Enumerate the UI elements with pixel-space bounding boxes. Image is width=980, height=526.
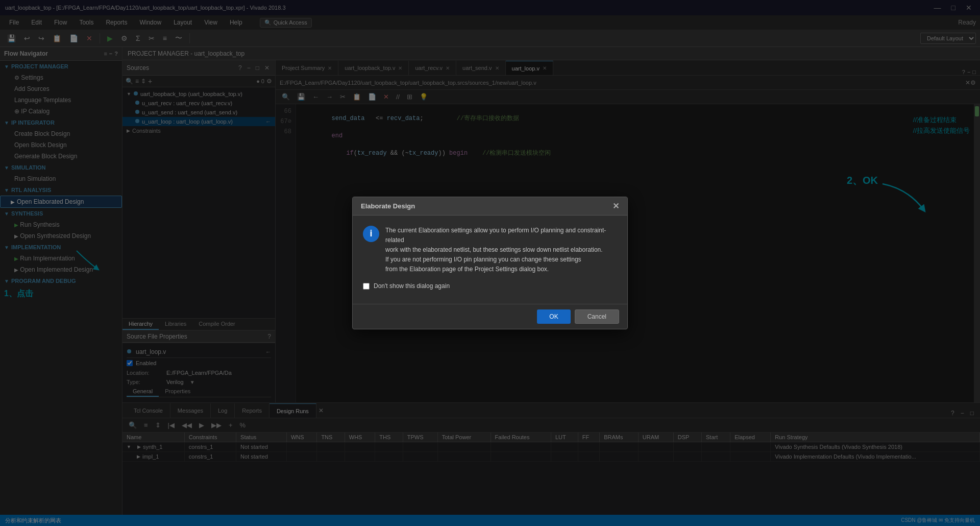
modal-title: Elaborate Design (361, 202, 415, 210)
modal-overlay: Elaborate Design ✕ i The current Elabora… (0, 0, 980, 526)
modal-icon-row: i The current Elaboration settings allow… (363, 226, 617, 275)
dont-show-checkbox[interactable] (363, 283, 370, 290)
info-icon: i (363, 226, 379, 242)
modal-body: i The current Elaboration settings allow… (353, 216, 627, 304)
modal-message: The current Elaboration settings allow y… (385, 226, 617, 275)
elaborate-design-dialog: Elaborate Design ✕ i The current Elabora… (352, 197, 628, 330)
modal-checkbox-row: Don't show this dialog again (363, 282, 617, 290)
modal-cancel-button[interactable]: Cancel (575, 309, 619, 324)
modal-close-button[interactable]: ✕ (612, 201, 619, 211)
dont-show-label: Don't show this dialog again (374, 282, 450, 290)
modal-ok-button[interactable]: OK (537, 309, 570, 324)
modal-footer: OK Cancel (353, 304, 627, 329)
modal-header: Elaborate Design ✕ (353, 197, 627, 216)
